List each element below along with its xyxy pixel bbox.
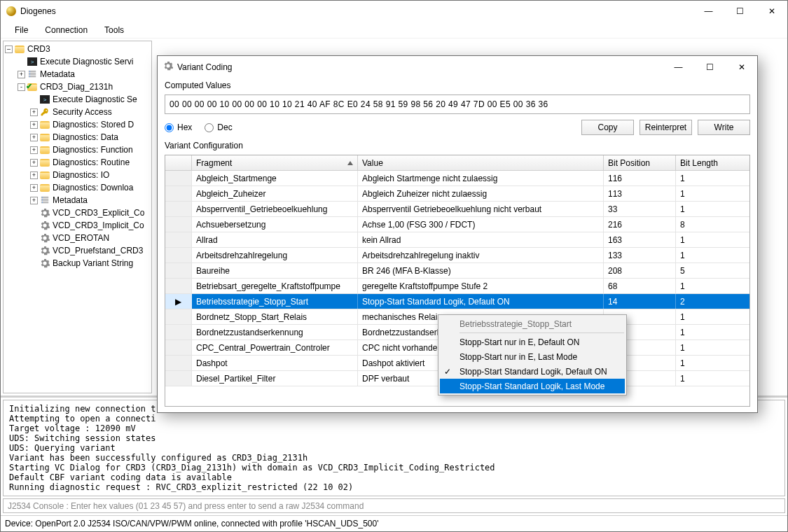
row-indicator[interactable] [165,340,192,355]
radio-hex[interactable]: Hex [165,122,192,132]
row-indicator[interactable] [165,171,192,186]
grid-row[interactable]: Abgleich_ZuheizerAbgleich Zuheizer nicht… [165,186,749,202]
col-selector[interactable] [165,155,192,170]
tree-item[interactable]: +Diagnostics: IO [4,169,151,181]
grid-row[interactable]: ArbeitsdrehzahlregelungArbeitsdrehzahlre… [165,248,749,263]
cell-bit-length: 1 [676,371,749,386]
tree-item-label: Diagnostics: IO [53,170,109,180]
j2534-console[interactable]: J2534 Console : Enter hex values (01 23 … [3,498,785,513]
cell-value[interactable]: BR 246 (MFA B-Klasse) [358,263,604,278]
main-titlebar[interactable]: Diogenes — ☐ ✕ [1,1,787,22]
computed-values-hex[interactable]: 00 00 00 00 10 00 00 00 10 10 21 40 AF 8… [165,94,750,114]
tree-item[interactable]: Execute Diagnostic Se [4,93,151,106]
expander-icon[interactable]: – [5,46,13,53]
cell-value[interactable]: geregelte Kraftstoffpumpe Stufe 2 [358,279,604,293]
radio-dec[interactable]: Dec [205,122,232,132]
minimize-button[interactable]: — [693,1,724,22]
dialog-titlebar[interactable]: Variant Coding — ☐ ✕ [158,56,757,78]
close-button[interactable]: ✕ [756,1,787,22]
tree-item[interactable]: VCD_Pruefstand_CRD3 [4,244,151,257]
row-indicator[interactable] [165,263,192,278]
grid-row[interactable]: Absperrventil_GetriebeoelkuehlungAbsperr… [165,202,749,217]
log-output[interactable]: Initializing new connection t Attempting… [3,400,785,496]
col-fragment[interactable]: Fragment [192,155,358,170]
expander-icon[interactable]: + [30,146,38,154]
context-menu-item-label: Stopp-Start Standard Logik, Default ON [459,367,607,377]
col-bit-position[interactable]: Bit Position [604,155,676,170]
cell-bit-length: 1 [676,248,749,262]
tree-root[interactable]: – CRD3 [4,43,151,55]
tree-item[interactable]: +Diagnostics: Function [4,144,151,156]
grid-row[interactable]: BaureiheBR 246 (MFA B-Klasse)2085 [165,263,749,279]
row-indicator[interactable] [165,309,192,324]
expander-icon[interactable]: + [18,71,25,78]
context-menu-item[interactable]: Stopp-Start Standard Logik, Last Mode [440,379,625,393]
tree-item[interactable]: +Metadata [4,68,151,80]
row-indicator[interactable] [165,202,192,216]
expander-icon[interactable]: + [30,121,38,129]
grid-row[interactable]: Allradkein Allrad1631 [165,232,749,248]
tree-item[interactable]: +Diagnostics: Routine [4,156,151,169]
dialog-minimize-button[interactable]: — [663,57,694,77]
reinterpret-button[interactable]: Reinterpret [640,120,692,135]
row-indicator[interactable] [165,217,192,232]
expander-icon[interactable]: + [30,197,38,204]
col-bit-length[interactable]: Bit Length [676,155,749,170]
row-indicator[interactable] [165,279,192,293]
expander-icon[interactable]: + [30,159,38,167]
tree-item[interactable]: Backup Variant String [4,257,151,270]
col-value[interactable]: Value [358,155,604,170]
menu-file[interactable]: File [8,22,35,38]
tree-item[interactable]: -CRD3_Diag_2131h [4,80,151,93]
tree-item[interactable]: VCD_CRD3_Explicit_Co [4,206,151,219]
tree-item[interactable]: +Diagnostics: Downloa [4,181,151,194]
grid-row[interactable]: ▶Betriebsstrategie_Stopp_StartStopp-Star… [165,294,749,309]
cell-fragment: Arbeitsdrehzahlregelung [192,248,358,262]
copy-button[interactable]: Copy [581,120,634,135]
cell-value[interactable]: Stopp-Start Standard Logik, Default ON [358,294,604,309]
dialog-maximize-button[interactable]: ☐ [694,57,726,77]
expander-icon[interactable]: - [18,83,25,91]
expander-icon [30,209,38,217]
expander-icon[interactable]: + [30,184,38,192]
row-indicator[interactable] [165,186,192,201]
tree-item[interactable]: +Diagnostics: Stored D [4,118,151,131]
tree-item[interactable]: +Diagnostics: Data [4,131,151,144]
cell-value[interactable]: Absperrventil Getriebeoelkuehlung nicht … [358,202,604,216]
tree-item[interactable]: +Metadata [4,194,151,206]
expander-icon[interactable]: + [30,172,38,179]
maximize-button[interactable]: ☐ [724,1,756,22]
row-indicator[interactable] [165,232,192,247]
tree-item[interactable]: Execute Diagnostic Servi [4,55,151,68]
dialog-close-button[interactable]: ✕ [726,57,757,77]
radio-hex-input[interactable] [165,123,174,132]
grid-row[interactable]: AchsuebersetzungAchse 1,00 (FSG 300 / FD… [165,217,749,232]
cell-value[interactable]: Abgleich Startmenge nicht zulaessig [358,171,604,186]
menu-tools[interactable]: Tools [97,22,131,38]
cell-value[interactable]: Arbeitsdrehzahlregelung inaktiv [358,248,604,262]
row-indicator[interactable] [165,371,192,386]
row-indicator[interactable]: ▶ [165,294,192,309]
tree-item[interactable]: VCD_EROTAN [4,232,151,244]
grid-row[interactable]: Betriebsart_geregelte_Kraftstoffpumpeger… [165,279,749,294]
context-menu-item[interactable]: Stopp-Start nur in E, Last Mode [440,349,625,364]
grid-row[interactable]: Abgleich_StartmengeAbgleich Startmenge n… [165,171,749,186]
row-indicator[interactable] [165,248,192,262]
cell-bit-position: 33 [604,202,676,216]
radio-dec-input[interactable] [205,123,214,132]
cell-value[interactable]: Abgleich Zuheizer nicht zulaessig [358,186,604,201]
context-menu-item[interactable]: Stopp-Start nur in E, Default ON [440,335,625,349]
tree-pane[interactable]: – CRD3 Execute Diagnostic Servi+Metadata… [3,41,152,393]
row-indicator[interactable] [165,325,192,340]
menu-connection[interactable]: Connection [38,22,95,38]
cell-value[interactable]: Achse 1,00 (FSG 300 / FDCT) [358,217,604,232]
cell-value[interactable]: kein Allrad [358,232,604,247]
write-button[interactable]: Write [698,120,750,135]
hex-text: 00 00 00 00 10 00 00 00 10 10 21 40 AF 8… [170,99,745,109]
tree-item[interactable]: VCD_CRD3_Implicit_Co [4,219,151,232]
tree-item[interactable]: +Security Access [4,106,151,118]
expander-icon[interactable]: + [30,134,38,141]
context-menu-item[interactable]: ✓Stopp-Start Standard Logik, Default ON [440,364,625,379]
row-indicator[interactable] [165,356,192,370]
expander-icon[interactable]: + [30,108,38,116]
